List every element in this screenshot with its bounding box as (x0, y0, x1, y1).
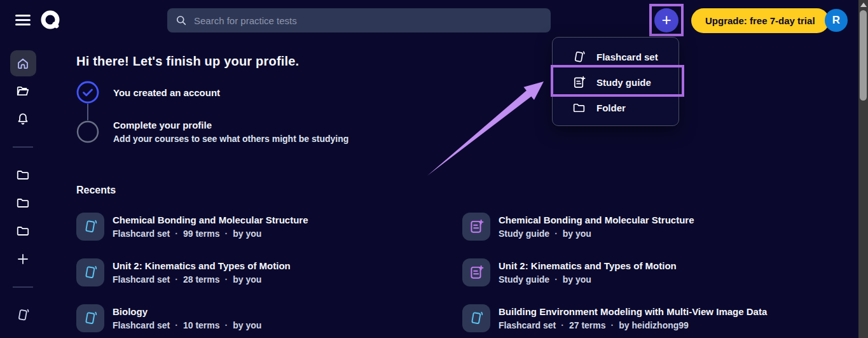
main-content: Hi there! Let's finish up your profile. … (0, 41, 858, 338)
search-icon (175, 14, 188, 27)
item-meta: Study guide·by you (499, 274, 677, 285)
item-icon-tile (462, 213, 490, 241)
quizlet-logo-icon[interactable] (39, 9, 62, 32)
step-complete-profile[interactable]: Complete your profile Add your courses t… (76, 120, 858, 144)
create-menu: Flashcard set Study guide Folder (552, 37, 679, 126)
flashcard-icon (82, 310, 99, 327)
item-icon-tile (76, 213, 104, 241)
study-guide-icon (572, 75, 586, 90)
recents-heading: Recents (76, 185, 858, 196)
folder-icon (572, 101, 586, 115)
flashcard-icon (82, 264, 99, 281)
check-circle-icon (76, 81, 99, 104)
step-subtitle: Add your courses to see what others migh… (113, 134, 348, 144)
step-title: Complete your profile (113, 120, 348, 130)
item-title: Biology (113, 306, 261, 317)
list-item[interactable]: Building Environment Modeling with Multi… (462, 304, 858, 332)
menu-item-flashcard-set[interactable]: Flashcard set (553, 44, 679, 69)
scrollbar[interactable] (858, 0, 868, 338)
page-title: Hi there! Let's finish up your profile. (76, 54, 858, 69)
item-title: Chemical Bonding and Molecular Structure (499, 215, 694, 225)
list-item[interactable]: Chemical Bonding and Molecular Structure… (462, 213, 858, 241)
create-button[interactable]: + (654, 8, 679, 32)
hamburger-menu-icon[interactable] (15, 13, 31, 27)
search-bar (167, 8, 551, 32)
item-meta: Flashcard set·99 terms·by you (113, 229, 308, 239)
item-icon-tile (462, 258, 490, 286)
study-guide-icon (468, 218, 485, 235)
item-icon-tile (76, 258, 104, 286)
step-title: You created an account (113, 87, 220, 98)
scroll-up-arrow-icon[interactable] (860, 3, 867, 7)
flashcard-icon (468, 310, 485, 327)
menu-item-label: Folder (596, 102, 626, 113)
item-title: Unit 2: Kinematics and Types of Motion (499, 260, 677, 271)
recents-section: Recents Chemical Bonding and Molecular S… (76, 185, 858, 332)
item-meta: Flashcard set·10 terms·by you (113, 320, 261, 330)
profile-steps: You created an account Complete your pro… (76, 81, 858, 144)
list-item[interactable]: Biology Flashcard set·10 terms·by you (76, 304, 462, 332)
plus-button-highlight-annotation: + (649, 4, 684, 36)
item-icon-tile (462, 304, 490, 332)
item-meta: Flashcard set·27 terms·by heidizhong99 (499, 320, 767, 330)
recents-grid: Chemical Bonding and Molecular Structure… (76, 213, 858, 332)
upgrade-button[interactable]: Upgrade: free 7-day trial (691, 8, 829, 33)
search-input[interactable] (194, 15, 543, 26)
menu-item-folder[interactable]: Folder (553, 95, 679, 120)
menu-item-label: Study guide (596, 77, 651, 88)
avatar[interactable]: R (825, 9, 848, 32)
item-title: Chemical Bonding and Molecular Structure (113, 215, 308, 225)
menu-item-label: Flashcard set (596, 52, 658, 62)
list-item[interactable]: Unit 2: Kinematics and Types of Motion S… (462, 258, 858, 286)
item-title: Building Environment Modeling with Multi… (499, 306, 767, 317)
empty-circle-icon (76, 120, 99, 143)
item-meta: Flashcard set·28 terms·by you (113, 274, 291, 285)
item-title: Unit 2: Kinematics and Types of Motion (113, 260, 291, 271)
list-item[interactable]: Unit 2: Kinematics and Types of Motion F… (76, 258, 462, 286)
item-meta: Study guide·by you (499, 229, 694, 239)
study-guide-icon (468, 264, 485, 281)
flashcard-icon (82, 218, 99, 235)
item-icon-tile (76, 304, 104, 332)
scrollbar-thumb[interactable] (860, 10, 867, 101)
top-navigation-bar: + Upgrade: free 7-day trial R (0, 0, 858, 41)
flashcard-set-icon (572, 50, 586, 64)
step-account-created: You created an account (76, 81, 858, 104)
list-item[interactable]: Chemical Bonding and Molecular Structure… (76, 213, 462, 241)
step-connector (87, 104, 88, 120)
menu-item-study-guide[interactable]: Study guide (553, 69, 679, 95)
